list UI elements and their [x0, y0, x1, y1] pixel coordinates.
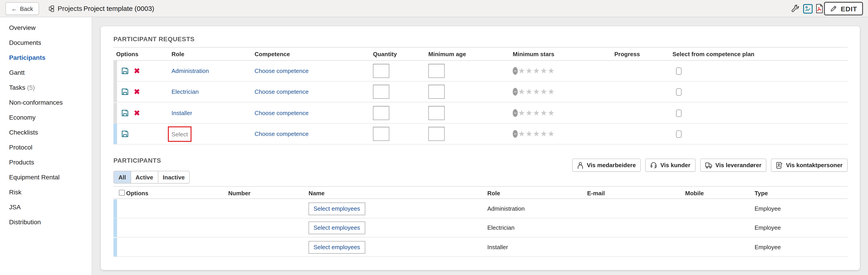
show-employees-label: Vis medarbeidere: [587, 162, 636, 169]
wrench-icon[interactable]: [790, 3, 801, 14]
breadcrumb[interactable]: Projects: [47, 0, 82, 17]
show-employees-button[interactable]: Vis medarbeidere: [572, 159, 641, 172]
main-panel: PARTICIPANT REQUESTS Options Role Compet…: [101, 26, 860, 270]
choose-competence-link[interactable]: Choose competence: [254, 68, 309, 74]
col-minimum-age: Minimum age: [428, 51, 466, 58]
participants-title: PARTICIPANTS: [114, 157, 161, 164]
row-accent-bar: [114, 199, 117, 218]
delete-icon[interactable]: ✖: [134, 61, 140, 81]
col-role: Role: [172, 51, 184, 58]
show-suppliers-button[interactable]: Vis leverandører: [700, 159, 766, 172]
tasks-count-badge: (5): [27, 84, 35, 91]
show-suppliers-label: Vis leverandører: [715, 162, 762, 169]
person-icon: [577, 162, 584, 169]
role-select-link[interactable]: Select: [172, 131, 188, 137]
minimum-age-input[interactable]: [428, 64, 445, 78]
save-icon[interactable]: [121, 124, 129, 144]
sidebar-item-overview[interactable]: Overview: [9, 24, 36, 31]
sidebar-item-jsa[interactable]: JSA: [9, 203, 21, 211]
star-icons[interactable]: ★★★★★: [518, 87, 555, 97]
tab-inactive[interactable]: Inactive: [158, 171, 189, 183]
row-accent-bar: [114, 218, 117, 237]
pdf-export-icon[interactable]: [814, 3, 825, 14]
sidebar-item-participants[interactable]: Participants: [9, 54, 45, 61]
role-link[interactable]: Administration: [172, 68, 209, 74]
sidebar-item-protocol[interactable]: Protocol: [9, 144, 32, 151]
sidebar-item-risk[interactable]: Risk: [9, 188, 21, 196]
show-contact-persons-label: Vis kontaktpersoner: [786, 162, 843, 169]
minimum-age-input[interactable]: [428, 106, 445, 120]
participant-request-row: ✖ Administration Choose competence − ★★★…: [114, 61, 847, 81]
edit-button[interactable]: EDIT: [824, 2, 863, 15]
quantity-input[interactable]: [373, 106, 389, 120]
quantity-input[interactable]: [373, 127, 389, 141]
tab-all[interactable]: All: [114, 171, 131, 183]
back-button[interactable]: ← Back: [5, 2, 39, 15]
competence-plan-checkbox[interactable]: [676, 88, 682, 95]
participants-actions: Vis medarbeidere Vis kunder: [572, 159, 847, 172]
star-icons[interactable]: ★★★★★: [518, 129, 555, 139]
employee-report-icon[interactable]: [802, 3, 813, 14]
highlight-box: Select: [168, 127, 191, 142]
select-all-checkbox[interactable]: [119, 190, 125, 196]
clear-stars-icon[interactable]: −: [513, 130, 518, 138]
minimum-age-input[interactable]: [428, 127, 445, 141]
participant-requests-header-row: Options Role Competence Quantity Minimum…: [114, 47, 847, 60]
role-link[interactable]: Electrician: [172, 88, 199, 95]
headset-icon: [650, 162, 657, 169]
minimum-stars-rating: − ★★★★★: [513, 81, 555, 102]
participant-request-row-new: Select Choose competence − ★★★★★: [114, 124, 847, 144]
minimum-age-input[interactable]: [428, 85, 445, 99]
delete-icon[interactable]: ✖: [134, 81, 140, 102]
clear-stars-icon[interactable]: −: [513, 88, 518, 96]
quantity-input[interactable]: [373, 85, 389, 99]
row-accent-bar: [114, 81, 117, 102]
col-progress: Progress: [614, 51, 640, 58]
clear-stars-icon[interactable]: −: [513, 67, 518, 75]
competence-plan-checkbox[interactable]: [676, 109, 682, 117]
row-accent-bar: [114, 103, 117, 123]
sidebar-item-products[interactable]: Products: [9, 159, 34, 166]
projects-hierarchy-icon: [47, 5, 55, 12]
competence-plan-checkbox[interactable]: [676, 130, 682, 137]
save-icon[interactable]: [121, 61, 129, 81]
choose-competence-link[interactable]: Choose competence: [254, 110, 309, 116]
sidebar-item-equipment-rental[interactable]: Equipment Rental: [9, 174, 60, 181]
choose-competence-link[interactable]: Choose competence: [254, 131, 309, 137]
col-number: Number: [228, 190, 250, 197]
tab-active[interactable]: Active: [131, 171, 158, 183]
select-employees-button[interactable]: Select employees: [309, 202, 365, 215]
col-type: Type: [754, 190, 768, 197]
participant-request-row: ✖ Installer Choose competence − ★★★★★: [114, 103, 847, 124]
select-employees-button[interactable]: Select employees: [309, 241, 365, 253]
select-employees-button[interactable]: Select employees: [309, 221, 365, 234]
sidebar-item-checklists[interactable]: Checklists: [9, 129, 38, 136]
sidebar-item-economy[interactable]: Economy: [9, 114, 36, 121]
quantity-input[interactable]: [373, 64, 389, 78]
sidebar-item-tasks[interactable]: Tasks (5): [9, 84, 35, 91]
sidebar-item-non-conformances[interactable]: Non-conformances: [9, 99, 63, 106]
show-contact-persons-button[interactable]: Vis kontaktpersoner: [771, 159, 847, 172]
minimum-stars-rating: − ★★★★★: [513, 61, 555, 81]
sidebar-item-gantt[interactable]: Gantt: [9, 69, 25, 76]
save-icon[interactable]: [121, 81, 129, 102]
clear-stars-icon[interactable]: −: [513, 109, 518, 117]
star-icons[interactable]: ★★★★★: [518, 66, 555, 76]
participant-role: Installer: [487, 244, 508, 250]
col-select-from-competence-plan: Select from competence plan: [673, 51, 754, 58]
sidebar-item-documents[interactable]: Documents: [9, 39, 41, 46]
row-accent-bar: [114, 238, 117, 256]
save-icon[interactable]: [121, 103, 129, 123]
participants-filter-tabs: All Active Inactive: [114, 171, 190, 183]
show-customers-button[interactable]: Vis kunder: [646, 159, 695, 172]
col-options: Options: [116, 51, 138, 58]
competence-plan-checkbox[interactable]: [676, 67, 682, 74]
delete-icon[interactable]: ✖: [134, 103, 140, 123]
sidebar-item-distribution[interactable]: Distribution: [9, 218, 41, 226]
star-icons[interactable]: ★★★★★: [518, 108, 555, 118]
choose-competence-link[interactable]: Choose competence: [254, 88, 309, 95]
role-link[interactable]: Installer: [172, 110, 192, 116]
back-button-label: Back: [20, 5, 33, 12]
col-minimum-stars: Minimum stars: [513, 51, 555, 58]
participant-row: Select employees Administration Employee: [114, 199, 847, 218]
